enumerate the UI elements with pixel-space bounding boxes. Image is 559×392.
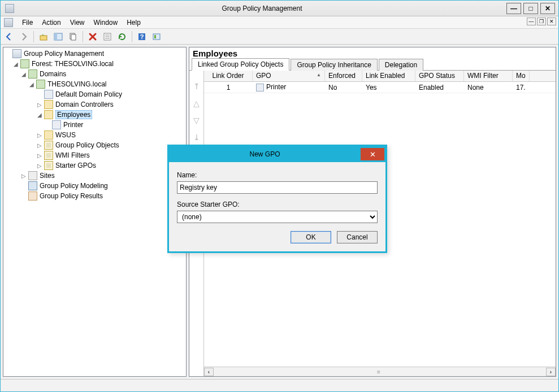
gpo-link-icon xyxy=(256,84,264,92)
dialog-title: New GPO xyxy=(169,150,361,158)
window-title: Group Policy Management xyxy=(18,5,506,12)
maximize-button[interactable]: □ xyxy=(523,3,538,14)
move-up-button[interactable]: △ xyxy=(193,99,200,108)
new-gpo-dialog: New GPO ✕ Name: Source Starter GPO: (non… xyxy=(167,145,387,253)
menu-help[interactable]: Help xyxy=(123,18,144,28)
svg-text:?: ? xyxy=(140,33,144,40)
cell-wmi: None xyxy=(464,82,513,93)
name-label: Name: xyxy=(177,171,378,179)
app-icon xyxy=(5,4,14,13)
tree-domains[interactable]: ◢Domains xyxy=(3,69,186,79)
scroll-right-button[interactable]: › xyxy=(546,368,556,376)
dialog-close-button[interactable]: ✕ xyxy=(361,148,384,160)
cell-link-order: 1 xyxy=(204,82,253,93)
up-level-button[interactable] xyxy=(37,31,50,43)
tab-inheritance[interactable]: Group Policy Inheritance xyxy=(291,59,377,71)
menu-view[interactable]: View xyxy=(67,18,88,28)
move-bottom-button[interactable]: ⤓ xyxy=(193,133,200,142)
col-wmi-filter[interactable]: WMI Filter xyxy=(464,71,513,81)
properties-button[interactable] xyxy=(101,31,114,43)
horizontal-scrollbar[interactable]: ‹ ≡ › xyxy=(204,367,556,376)
col-modified[interactable]: Mo xyxy=(513,71,530,81)
tree-domain-controllers[interactable]: ▷Domain Controllers xyxy=(3,99,186,110)
move-down-button[interactable]: ▽ xyxy=(193,116,200,125)
mdi-minimize-button[interactable]: — xyxy=(527,18,536,25)
back-button[interactable] xyxy=(3,31,15,43)
tree-results[interactable]: ▶Group Policy Results xyxy=(3,191,186,201)
tree-root[interactable]: ▶Group Policy Management xyxy=(3,49,186,59)
table-row[interactable]: 1 Printer No Yes Enabled None 17. xyxy=(204,82,556,93)
app-small-icon xyxy=(4,18,13,27)
tree-employees-printer[interactable]: ▶Printer xyxy=(3,120,186,130)
tree-default-domain-policy[interactable]: ▶Default Domain Policy xyxy=(3,89,186,99)
col-gpo[interactable]: GPO xyxy=(253,71,325,81)
cell-gpo: Printer xyxy=(253,82,325,93)
grid-header: Link Order GPO Enforced Link Enabled GPO… xyxy=(204,71,556,82)
tree-forest[interactable]: ◢Forest: THESOLVING.local xyxy=(3,59,186,69)
source-starter-select[interactable]: (none) xyxy=(177,211,378,223)
copy-button[interactable] xyxy=(67,31,79,43)
scroll-left-button[interactable]: ‹ xyxy=(204,368,214,376)
refresh-button[interactable] xyxy=(116,31,128,43)
menubar: File Action View Window Help — ❐ ✕ xyxy=(1,16,558,29)
tree-gpo-objects[interactable]: ▷Group Policy Objects xyxy=(3,140,186,150)
menu-window[interactable]: Window xyxy=(90,18,122,28)
tree-sites[interactable]: ▷Sites xyxy=(3,171,186,181)
detail-title: Employees xyxy=(189,47,556,58)
mdi-close-button[interactable]: ✕ xyxy=(547,18,556,25)
svg-rect-4 xyxy=(71,34,76,40)
col-link-order[interactable]: Link Order xyxy=(204,71,253,81)
ok-button[interactable]: OK xyxy=(291,231,331,243)
move-top-button[interactable]: ⤒ xyxy=(193,82,200,91)
cell-enforced: No xyxy=(325,82,362,93)
name-field[interactable] xyxy=(177,181,378,194)
menu-file[interactable]: File xyxy=(19,18,36,28)
help-button[interactable]: ? xyxy=(136,31,148,43)
detail-tabs: Linked Group Policy Objects Group Policy… xyxy=(189,58,556,71)
toolbar: ? xyxy=(1,29,558,45)
tree-wsus[interactable]: ▷WSUS xyxy=(3,130,186,140)
cancel-button[interactable]: Cancel xyxy=(337,231,378,243)
tree-employees[interactable]: ◢Employees xyxy=(3,110,186,120)
svg-rect-0 xyxy=(40,36,47,40)
delete-button[interactable] xyxy=(86,31,99,43)
close-button[interactable]: ✕ xyxy=(540,3,555,14)
tree-modeling[interactable]: ▶Group Policy Modeling xyxy=(3,181,186,191)
cell-link-enabled: Yes xyxy=(362,82,415,93)
svg-rect-2 xyxy=(54,33,57,40)
options-button[interactable] xyxy=(150,31,163,43)
col-gpo-status[interactable]: GPO Status xyxy=(415,71,464,81)
col-link-enabled[interactable]: Link Enabled xyxy=(362,71,415,81)
tree-domain[interactable]: ◢THESOLVING.local xyxy=(3,79,186,89)
tree-wmi-filters[interactable]: ▷WMI Filters xyxy=(3,150,186,160)
menu-action[interactable]: Action xyxy=(38,18,64,28)
scroll-track[interactable]: ≡ xyxy=(214,369,546,375)
show-hide-tree-button[interactable] xyxy=(52,31,64,43)
tab-delegation[interactable]: Delegation xyxy=(379,59,423,71)
statusbar xyxy=(1,379,558,391)
cell-modified: 17. xyxy=(513,82,530,93)
minimize-button[interactable]: — xyxy=(506,3,521,14)
tab-linked-gpos[interactable]: Linked Group Policy Objects xyxy=(192,58,289,71)
source-starter-label: Source Starter GPO: xyxy=(177,201,378,208)
svg-rect-12 xyxy=(154,35,156,38)
titlebar: Group Policy Management — □ ✕ xyxy=(1,1,558,16)
cell-gpo-status: Enabled xyxy=(415,82,464,93)
mdi-restore-button[interactable]: ❐ xyxy=(537,18,546,25)
tree-starter-gpos[interactable]: ▷Starter GPOs xyxy=(3,160,186,171)
console-tree[interactable]: ▶Group Policy Management ◢Forest: THESOL… xyxy=(3,47,187,377)
col-enforced[interactable]: Enforced xyxy=(325,71,362,81)
svg-rect-11 xyxy=(153,34,160,40)
forward-button[interactable] xyxy=(18,31,30,43)
